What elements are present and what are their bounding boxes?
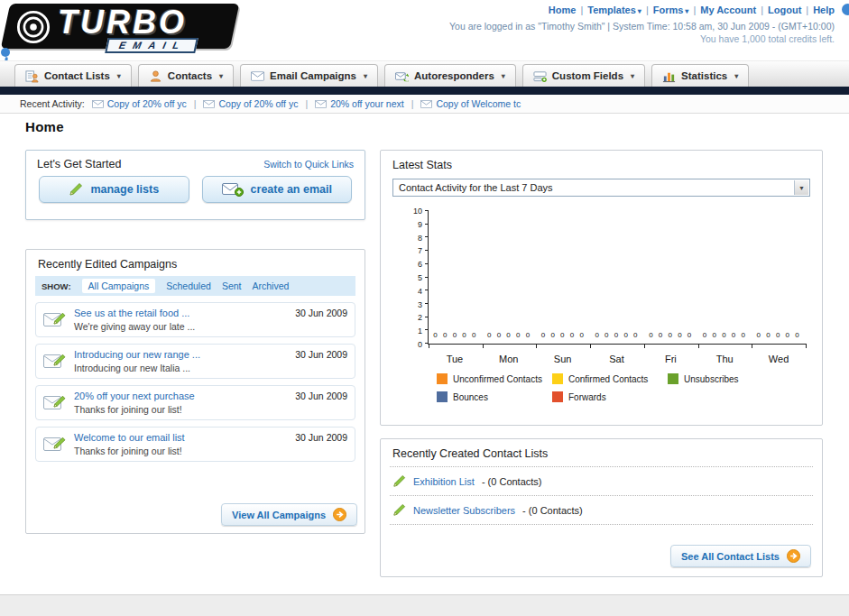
contact-list-link[interactable]: Exhibition List	[413, 476, 475, 487]
x-axis-tick	[590, 344, 591, 348]
campaign-subtitle: Thanks for joining our list!	[74, 404, 195, 415]
chevron-down-icon: ▼	[794, 180, 808, 195]
tab-autoresponders[interactable]: Autoresponders▾	[384, 64, 516, 87]
recent-activity-item[interactable]: Copy of 20% off yc	[92, 98, 187, 109]
view-all-campaigns-button[interactable]: View All Campaigns	[221, 503, 357, 526]
tab-contacts[interactable]: Contacts▾	[138, 64, 234, 87]
nav-logout[interactable]: Logout	[768, 5, 801, 15]
nav-templates[interactable]: Templates▾	[587, 5, 641, 15]
contact-lists-icon	[25, 69, 39, 83]
campaign-subtitle: Introducing our new Italia ...	[74, 363, 200, 373]
switch-quick-links-link[interactable]: Switch to Quick Links	[263, 159, 354, 170]
legend-item: Bounces	[437, 391, 552, 402]
nav-separator: |	[761, 5, 763, 15]
recent-activity-label: Recent Activity:	[20, 98, 85, 109]
megaphone-icon	[16, 10, 51, 44]
nav-accent-strip	[0, 87, 849, 95]
x-axis-label: Fri	[643, 354, 697, 364]
statistics-icon	[662, 69, 676, 83]
legend-swatch	[668, 373, 678, 384]
campaign-title-link[interactable]: Welcome to our email list	[74, 432, 185, 443]
campaign-date: 30 Jun 2009	[295, 349, 347, 360]
filter-all-campaigns[interactable]: All Campaigns	[82, 279, 156, 293]
contact-list-item[interactable]: Newsletter Subscribers - (0 Contacts)	[390, 496, 813, 525]
envelope-icon	[92, 100, 104, 108]
bar-group-values: 0 0 0 0 0	[752, 331, 806, 339]
contact-list-link[interactable]: Newsletter Subscribers	[413, 505, 515, 516]
x-axis-tick	[752, 344, 752, 348]
stats-period-select[interactable]: Contact Activity for the Last 7 Days ▼	[392, 179, 810, 197]
pencil-icon	[392, 474, 406, 488]
nav-home[interactable]: Home	[549, 5, 577, 15]
campaign-edit-icon	[43, 351, 67, 369]
contacts-icon	[149, 69, 162, 83]
y-axis-label: 9	[418, 220, 422, 229]
recent-activity-item[interactable]: Copy of 20% off yc	[203, 98, 298, 109]
create-email-button[interactable]: create an email	[202, 176, 353, 203]
contact-list-count: - (0 Contacts)	[482, 476, 542, 487]
tab-custom-fields[interactable]: Custom Fields▾	[522, 64, 645, 87]
legend-item: Confirmed Contacts	[552, 373, 668, 384]
campaign-date: 30 Jun 2009	[295, 391, 347, 401]
campaign-row[interactable]: Introducing our new range ... Introducin…	[35, 344, 355, 379]
legend-swatch	[437, 373, 448, 384]
get-started-title: Let's Get Started	[37, 158, 121, 170]
campaign-date: 30 Jun 2009	[295, 432, 347, 443]
see-all-contact-lists-button[interactable]: See All Contact Lists	[670, 545, 811, 567]
recent-activity-item[interactable]: Copy of Welcome tc	[420, 98, 521, 109]
chevron-down-icon: ▾	[364, 72, 367, 80]
chart-x-axis: TueMonSunSatFriThuWed	[428, 350, 806, 366]
filter-archived[interactable]: Archived	[252, 280, 289, 291]
contact-lists-title: Recently Created Contact Lists	[390, 439, 813, 467]
x-axis-tick	[698, 344, 699, 348]
app-logo[interactable]: TURBO EMAIL	[5, 4, 247, 56]
campaign-title-link[interactable]: 20% off your next purchase	[74, 391, 195, 401]
tab-statistics[interactable]: Statistics▾	[651, 64, 749, 87]
contact-list-item[interactable]: Exhibition List - (0 Contacts)	[390, 467, 813, 496]
envelope-icon	[203, 100, 215, 108]
credits-info: You have 1,000 total credits left.	[700, 33, 835, 44]
page-footer	[0, 594, 849, 616]
y-axis-tick	[425, 263, 429, 264]
campaign-title-link[interactable]: Introducing our new range ...	[74, 349, 200, 360]
legend-item: Unconfirmed Contacts	[437, 373, 552, 384]
y-axis-label: 3	[418, 300, 422, 309]
envelope-icon	[420, 100, 432, 108]
y-axis-tick	[425, 250, 429, 251]
filter-sent[interactable]: Sent	[222, 280, 242, 291]
login-info: You are logged in as "Timothy Smith" | S…	[449, 21, 835, 32]
campaign-date: 30 Jun 2009	[295, 308, 347, 318]
x-axis-label: Mon	[482, 354, 536, 364]
nav-forms[interactable]: Forms▾	[653, 5, 689, 15]
campaign-title-link[interactable]: See us at the retail food ...	[74, 308, 195, 318]
campaign-row[interactable]: 20% off your next purchase Thanks for jo…	[35, 385, 355, 420]
nav-my-account[interactable]: My Account	[700, 5, 756, 15]
legend-label: Forwards	[568, 392, 606, 402]
campaign-row[interactable]: See us at the retail food ... We're givi…	[35, 302, 355, 337]
show-label: SHOW:	[42, 281, 71, 291]
tab-email-campaigns[interactable]: Email Campaigns▾	[240, 64, 378, 87]
envelope-plus-icon	[222, 182, 244, 197]
tab-contact-lists[interactable]: Contact Lists▾	[14, 64, 132, 87]
chart-legend: Unconfirmed ContactsConfirmed ContactsUn…	[437, 373, 822, 402]
y-axis-tick	[425, 236, 429, 237]
nav-separator: |	[806, 5, 808, 15]
bar-group-values: 0 0 0 0 0	[590, 331, 644, 339]
filter-scheduled[interactable]: Scheduled	[166, 280, 211, 291]
y-axis-label: 7	[418, 246, 422, 255]
recent-activity-item[interactable]: 20% off your next	[315, 98, 404, 109]
y-axis-label: 2	[418, 313, 422, 322]
y-axis-label: 6	[418, 260, 422, 269]
nav-help[interactable]: Help	[813, 5, 835, 15]
manage-lists-button[interactable]: manage lists	[39, 176, 189, 203]
page-title: Home	[25, 119, 64, 134]
x-axis-label: Tue	[428, 354, 482, 364]
bar-group-values: 0 0 0 0 0	[644, 331, 698, 339]
campaign-row[interactable]: Welcome to our email list Thanks for joi…	[35, 427, 355, 462]
x-axis-tick	[806, 344, 807, 348]
custom-fields-icon	[533, 69, 547, 83]
campaign-subtitle: We're giving away our late ...	[74, 321, 195, 332]
x-axis-tick	[536, 344, 537, 348]
legend-label: Unconfirmed Contacts	[453, 374, 542, 384]
y-axis-label: 1	[418, 326, 422, 336]
